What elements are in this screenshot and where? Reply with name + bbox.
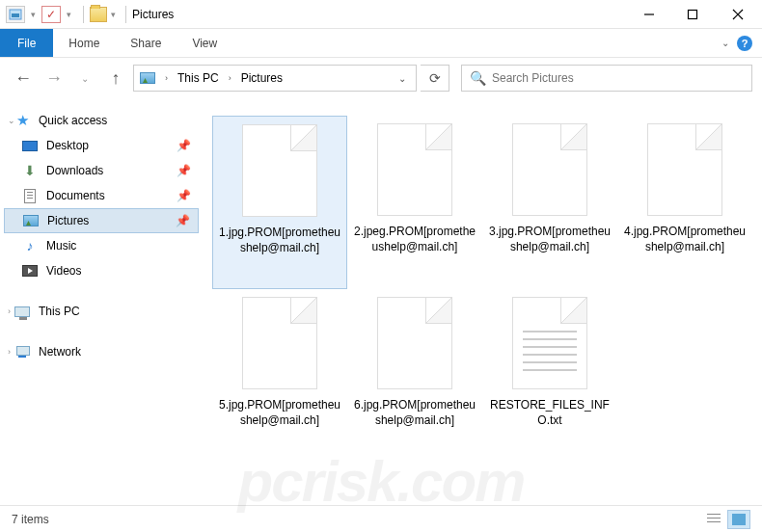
sidebar-item-music[interactable]: ♪ Music <box>4 233 199 258</box>
file-item[interactable]: 5.jpg.PROM[prometheushelp@mail.ch] <box>212 289 347 463</box>
details-view-button[interactable] <box>702 510 725 529</box>
file-item[interactable]: RESTORE_FILES_INFO.txt <box>482 289 617 463</box>
separator <box>125 6 126 23</box>
pin-icon: 📌 <box>176 214 190 227</box>
pictures-icon <box>22 213 40 228</box>
tab-home[interactable]: Home <box>53 29 115 57</box>
sidebar-quick-access[interactable]: ⌄ ★ Quick access <box>4 108 199 133</box>
status-bar: 7 items <box>0 505 762 532</box>
back-button[interactable]: ← <box>10 65 37 92</box>
file-thumbnail <box>242 124 317 217</box>
up-button[interactable]: ↑ <box>102 65 129 92</box>
svg-line-5 <box>733 10 743 19</box>
ribbon: File Home Share View ⌄ ? <box>0 29 762 58</box>
sidebar-item-label: Downloads <box>46 164 103 177</box>
search-box[interactable]: 🔍 <box>461 65 752 92</box>
file-thumbnail <box>377 123 452 216</box>
qat-dropdown-icon[interactable]: ▾ <box>31 10 36 19</box>
folder-icon <box>90 7 107 22</box>
sidebar-item-desktop[interactable]: Desktop 📌 <box>4 133 199 158</box>
item-count: 7 items <box>12 513 49 526</box>
file-item[interactable]: 2.jpeg.PROM[prometheushelp@mail.ch] <box>347 116 482 289</box>
music-icon: ♪ <box>21 238 39 253</box>
title-dropdown-icon[interactable]: ▾ <box>111 10 116 19</box>
sidebar-item-documents[interactable]: Documents 📌 <box>4 183 199 208</box>
sidebar-item-videos[interactable]: Videos <box>4 258 199 283</box>
chevron-right-icon[interactable]: › <box>161 73 172 83</box>
star-icon: ★ <box>14 113 31 128</box>
file-name: 6.jpg.PROM[prometheushelp@mail.ch] <box>351 397 478 428</box>
close-button[interactable] <box>714 0 762 29</box>
sidebar-label: This PC <box>39 305 80 318</box>
quick-access-toolbar: ▾ ✓ ▾ <box>0 6 77 23</box>
pin-icon: 📌 <box>177 139 191 152</box>
sidebar-network[interactable]: › Network <box>4 339 199 364</box>
tab-share[interactable]: Share <box>115 29 177 57</box>
minimize-button[interactable] <box>627 0 670 29</box>
titlebar: ▾ ✓ ▾ ▾ Pictures <box>0 0 762 29</box>
pin-icon: 📌 <box>177 189 191 202</box>
sidebar-label: Quick access <box>39 114 107 127</box>
file-item[interactable]: 4.jpg.PROM[prometheushelp@mail.ch] <box>617 116 752 289</box>
desktop-icon <box>21 138 39 153</box>
help-icon[interactable]: ? <box>737 36 752 51</box>
refresh-button[interactable]: ⟳ <box>421 65 449 92</box>
file-thumbnail <box>377 297 452 389</box>
file-thumbnail <box>512 123 587 216</box>
qat-dropdown-icon-2[interactable]: ▾ <box>67 10 71 19</box>
sidebar-item-label: Videos <box>46 264 81 278</box>
checkbox-qat-button[interactable]: ✓ <box>41 6 61 23</box>
address-dropdown-icon[interactable]: ⌄ <box>393 73 412 84</box>
tab-view[interactable]: View <box>177 29 232 57</box>
expand-icon[interactable]: › <box>8 347 11 357</box>
sidebar-item-downloads[interactable]: ⬇ Downloads 📌 <box>4 158 199 183</box>
svg-rect-3 <box>688 10 696 18</box>
navigation-pane: ⌄ ★ Quick access Desktop 📌 ⬇ Downloads 📌… <box>0 98 203 505</box>
breadcrumb-segment[interactable]: This PC <box>176 71 221 85</box>
expand-icon[interactable]: › <box>8 306 11 316</box>
search-input[interactable] <box>492 71 744 85</box>
file-tab[interactable]: File <box>0 29 53 57</box>
file-list[interactable]: 1.jpg.PROM[prometheushelp@mail.ch]2.jpeg… <box>203 98 762 505</box>
file-name: 1.jpg.PROM[prometheushelp@mail.ch] <box>217 225 342 255</box>
address-bar[interactable]: › This PC › Pictures ⌄ <box>133 65 417 92</box>
sidebar-item-pictures[interactable]: Pictures 📌 <box>4 208 199 233</box>
location-icon <box>138 72 157 84</box>
videos-icon <box>21 263 39 279</box>
file-thumbnail <box>647 123 722 216</box>
sidebar-this-pc[interactable]: › This PC <box>4 299 199 324</box>
file-thumbnail <box>242 297 317 389</box>
sidebar-item-label: Pictures <box>47 214 89 227</box>
documents-icon <box>21 188 39 203</box>
view-toggle <box>702 510 750 529</box>
file-item[interactable]: 1.jpg.PROM[prometheushelp@mail.ch] <box>212 116 347 289</box>
file-name: 2.jpeg.PROM[prometheushelp@mail.ch] <box>351 224 478 254</box>
chevron-right-icon[interactable]: › <box>225 73 235 83</box>
file-name: 5.jpg.PROM[prometheushelp@mail.ch] <box>216 397 343 428</box>
separator <box>83 6 84 23</box>
sidebar-item-label: Documents <box>46 189 105 202</box>
expand-ribbon-icon[interactable]: ⌄ <box>721 38 729 48</box>
file-thumbnail <box>512 297 587 389</box>
sidebar-item-label: Desktop <box>46 139 89 152</box>
main-area: ⌄ ★ Quick access Desktop 📌 ⬇ Downloads 📌… <box>0 98 762 505</box>
file-item[interactable]: 6.jpg.PROM[prometheushelp@mail.ch] <box>347 289 482 463</box>
svg-line-4 <box>733 10 743 19</box>
sidebar-label: Network <box>39 345 81 359</box>
window-title: Pictures <box>132 8 174 21</box>
navigation-bar: ← → ⌄ ↑ › This PC › Pictures ⌄ ⟳ 🔍 <box>0 58 762 98</box>
search-icon: 🔍 <box>470 70 486 86</box>
window-controls <box>627 0 762 29</box>
large-icons-view-button[interactable] <box>727 510 750 529</box>
collapse-icon[interactable]: ⌄ <box>8 116 15 125</box>
file-item[interactable]: 3.jpg.PROM[prometheushelp@mail.ch] <box>482 116 617 289</box>
forward-button[interactable]: → <box>41 65 68 92</box>
recent-locations-button[interactable]: ⌄ <box>71 65 98 92</box>
maximize-button[interactable] <box>670 0 714 29</box>
network-icon <box>14 344 31 359</box>
pin-icon: 📌 <box>177 164 191 177</box>
file-name: 4.jpg.PROM[prometheushelp@mail.ch] <box>621 224 748 254</box>
sidebar-item-label: Music <box>46 239 76 253</box>
breadcrumb-segment[interactable]: Pictures <box>239 71 285 85</box>
properties-qat-button[interactable] <box>6 6 25 23</box>
